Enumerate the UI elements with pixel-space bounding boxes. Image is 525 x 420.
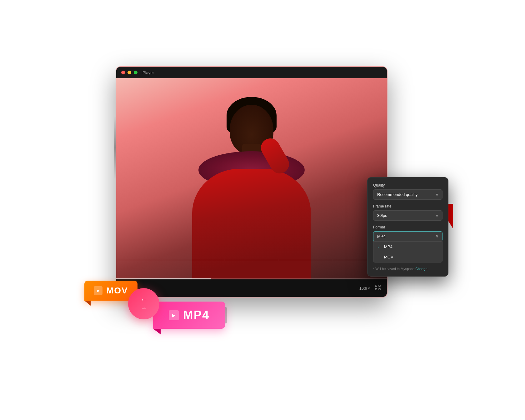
format-label: Format [373,225,442,229]
framerate-chevron-icon: ∨ [436,213,438,218]
panel-footer: * Will be saved to Myspace Change [373,267,442,271]
mp4-badge-icon: ▶ [169,310,179,320]
quality-select[interactable]: Recommended quality ∨ [373,189,442,200]
titlebar-dot-green[interactable] [134,71,138,74]
player-titlebar: Player [116,67,387,78]
framerate-label: Frame rate [373,204,442,208]
convert-arrows: ← → [141,296,147,312]
mp4-badge: ▶ MP4 [153,302,225,329]
change-link[interactable]: Change [415,267,428,271]
player-window: Player [116,66,388,298]
format-select-value: MP4 [377,234,386,239]
framerate-select[interactable]: 30fps ∨ [373,210,442,221]
mov-badge-label: MOV [106,286,128,296]
format-option-mp4-label: MP4 [384,244,392,249]
mov-badge-icon: ▶ [94,286,102,295]
svg-rect-2 [375,288,377,290]
format-check-mp4: ✓ [377,245,382,249]
svg-rect-1 [379,285,380,287]
portrait-figure [186,78,317,279]
svg-rect-0 [375,285,377,287]
convert-icon[interactable]: ← → [128,288,159,319]
format-select[interactable]: MP4 ∧ [373,231,442,242]
format-option-mov[interactable]: ✓ MOV [373,252,442,262]
portrait-garment [192,169,311,279]
aspect-ratio-button[interactable]: 16:9 ∨ [359,286,370,291]
format-dropdown: ✓ MP4 ✓ MOV [373,241,442,262]
format-option-mp4[interactable]: ✓ MP4 [373,242,442,252]
svg-rect-3 [379,288,380,290]
mp4-badge-vbar [225,307,227,323]
quality-label: Quality [373,183,442,188]
progress-bar-container[interactable] [116,278,387,279]
player-controls: ⏸ 16:9 ∨ [116,279,387,297]
quality-select-value: Recommended quality [377,192,418,197]
mp4-badge-label: MP4 [183,308,209,322]
format-section: Format MP4 ∧ ✓ MP4 ✓ MOV [373,225,442,262]
quality-chevron-icon: ∨ [436,192,438,197]
quality-panel: Quality Recommended quality ∨ Frame rate… [367,177,448,277]
titlebar-dot-yellow[interactable] [128,71,131,74]
progress-dots [116,260,387,261]
titlebar-dot-red[interactable] [121,71,125,74]
quality-section: Quality Recommended quality ∨ [373,183,442,200]
format-option-mov-label: MOV [384,255,393,259]
fullscreen-button[interactable] [375,285,381,292]
main-scene: Player [91,54,434,366]
control-right: 16:9 ∨ [359,285,381,292]
panel-footer-text: * Will be saved to Myspace [373,267,414,271]
titlebar-title: Player [142,70,154,75]
framerate-section: Frame rate 30fps ∨ [373,204,442,221]
format-chevron-icon: ∧ [436,234,438,239]
framerate-select-value: 30fps [377,213,387,218]
player-video [116,78,387,279]
progress-fill [116,278,211,279]
